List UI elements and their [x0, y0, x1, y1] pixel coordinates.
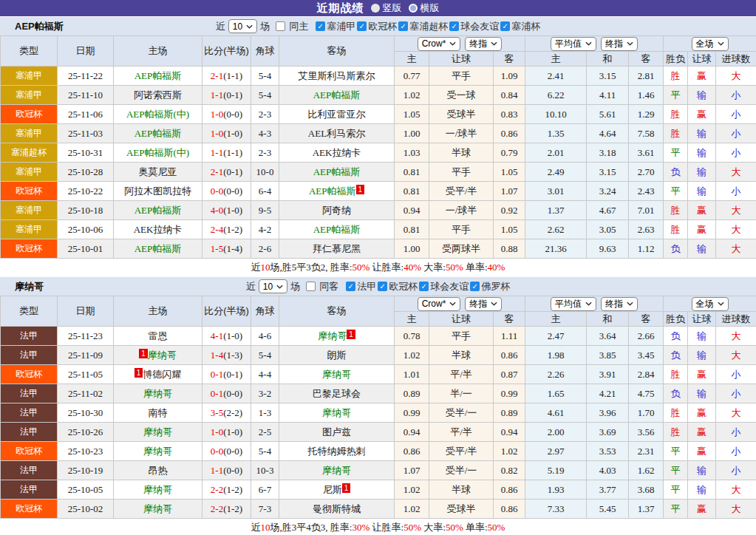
- checkbox-checked-icon[interactable]: ✓: [500, 21, 510, 31]
- home-team[interactable]: 南特: [114, 403, 202, 423]
- col-cover: 让球: [688, 52, 716, 67]
- fulltime-scope-select[interactable]: 全场: [692, 297, 729, 311]
- home-team[interactable]: 摩纳哥: [114, 480, 202, 500]
- euro-away-odds: 2.70: [629, 163, 664, 182]
- checkbox-checked-icon[interactable]: ✓: [378, 282, 387, 291]
- radio-selected-icon[interactable]: [371, 4, 380, 13]
- away-team[interactable]: 比利亚雷亚尔: [279, 105, 395, 124]
- away-team[interactable]: 摩纳哥: [279, 461, 395, 480]
- league-filter-checkbox[interactable]: ✓佛罗杯: [470, 280, 510, 293]
- average-odds-select[interactable]: 平均值: [551, 37, 596, 51]
- checkbox-checked-icon[interactable]: ✓: [357, 21, 367, 31]
- away-team[interactable]: 图卢兹: [279, 423, 395, 442]
- home-team[interactable]: 雷恩: [114, 327, 202, 346]
- away-team[interactable]: 巴黎足球会: [279, 384, 395, 403]
- final-odds-select-2[interactable]: 终指: [601, 297, 638, 311]
- final-odds-select[interactable]: 终指: [465, 37, 502, 51]
- home-team[interactable]: 奥莫尼亚: [114, 163, 202, 182]
- checkbox-checked-icon[interactable]: ✓: [316, 21, 325, 31]
- bookmaker-select[interactable]: Crow*: [418, 37, 461, 51]
- home-team[interactable]: AEP帕福斯(中): [114, 143, 202, 163]
- home-team[interactable]: 摩纳哥: [114, 423, 202, 442]
- league-filter-checkbox[interactable]: ✓塞浦杯: [500, 20, 540, 33]
- league-filter-checkbox[interactable]: ✓欧冠杯: [357, 20, 397, 33]
- home-team[interactable]: 阿拉木图凯拉特: [114, 182, 202, 201]
- final-odds-select[interactable]: 终指: [465, 297, 502, 311]
- home-team[interactable]: 1摩纳哥: [114, 346, 202, 365]
- average-odds-select[interactable]: 平均值: [551, 297, 596, 311]
- bookmaker-select[interactable]: Crow*: [418, 297, 461, 311]
- league-filter-checkbox[interactable]: ✓塞浦超杯: [398, 20, 448, 33]
- match-date: 25-10-02: [58, 500, 114, 519]
- home-team[interactable]: 摩纳哥: [114, 384, 202, 403]
- home-team[interactable]: AEP帕福斯: [114, 124, 202, 143]
- match-result: 胜: [664, 403, 688, 423]
- match-row: 法甲 25-10-19 昂热 1-1(0-0) 10-3 摩纳哥 1.07 受半…: [1, 461, 756, 480]
- red-card-badge: 1: [139, 349, 148, 358]
- away-team[interactable]: 摩纳哥: [279, 403, 395, 423]
- away-team[interactable]: AEK拉纳卡: [279, 143, 395, 163]
- same-venue-checkbox[interactable]: 同客: [306, 280, 338, 293]
- score: 2-4(1-2): [202, 220, 251, 239]
- home-team[interactable]: AEP帕福斯: [114, 239, 202, 259]
- match-row: 欧冠杯 25-11-06 AEP帕福斯(中) 1-0(0-0) 2-3 比利亚雷…: [1, 105, 756, 124]
- radio-vertical-layout[interactable]: 竖版: [371, 1, 402, 15]
- col-euro-away: 客: [629, 312, 664, 327]
- checkbox-unchecked-icon[interactable]: [276, 21, 285, 31]
- handicap-result: 赢: [688, 201, 716, 220]
- away-team[interactable]: 拜仁慕尼黑: [279, 239, 395, 259]
- final-odds-select-2[interactable]: 终指: [601, 37, 638, 51]
- away-team[interactable]: 阿奇纳: [279, 201, 395, 220]
- home-team[interactable]: 摩纳哥: [114, 442, 202, 461]
- away-team[interactable]: 摩纳哥1: [279, 327, 395, 346]
- match-row: 法甲 25-11-23 雷恩 4-1(1-0) 4-6 摩纳哥1 0.78 平手…: [1, 327, 756, 346]
- checkbox-checked-icon[interactable]: ✓: [346, 282, 355, 291]
- checkbox-unchecked-icon[interactable]: [306, 282, 316, 291]
- away-team[interactable]: AEL利马索尔: [279, 124, 395, 143]
- corner-count: 2-6: [251, 239, 279, 259]
- match-date: 25-10-05: [58, 480, 114, 500]
- checkbox-checked-icon[interactable]: ✓: [419, 282, 429, 291]
- home-team[interactable]: AEK拉纳卡: [114, 220, 202, 239]
- away-team[interactable]: 曼彻斯特城: [279, 500, 395, 519]
- euro-away-odds: 7.58: [629, 124, 664, 143]
- checkbox-checked-icon[interactable]: ✓: [470, 282, 480, 291]
- match-row: 欧冠杯 25-11-05 1博德闪耀 0-1(0-1) 4-4 摩纳哥 1.01…: [1, 365, 756, 384]
- checkbox-checked-icon[interactable]: ✓: [449, 21, 459, 31]
- away-team[interactable]: AEP帕福斯: [279, 86, 395, 105]
- away-team[interactable]: 尼斯1: [279, 480, 395, 500]
- checkbox-checked-icon[interactable]: ✓: [398, 21, 408, 31]
- home-team[interactable]: AEP帕福斯: [114, 67, 202, 86]
- col-handicap-away: 客: [494, 312, 525, 327]
- handicap-line: 受平/半: [429, 442, 494, 461]
- home-team[interactable]: 阿诺索西斯: [114, 86, 202, 105]
- league-filter-checkbox[interactable]: ✓欧冠杯: [378, 280, 418, 293]
- score: 1-1(1-1): [202, 143, 251, 163]
- away-team[interactable]: AEP帕福斯1: [279, 182, 395, 201]
- away-team[interactable]: 托特纳姆热刺: [279, 442, 395, 461]
- radio-unselected-icon[interactable]: [409, 4, 418, 13]
- recent-count-select[interactable]: 10: [228, 19, 257, 33]
- league-filter-checkbox[interactable]: ✓法甲: [346, 280, 376, 293]
- handicap-result: 赢: [688, 403, 716, 423]
- handicap-home-odds: 0.77: [395, 67, 429, 86]
- away-team[interactable]: AEP帕福斯: [279, 220, 395, 239]
- league-filter-checkbox[interactable]: ✓塞浦甲: [316, 20, 355, 33]
- away-team[interactable]: 朗斯: [279, 346, 395, 365]
- home-team[interactable]: AEP帕福斯: [114, 201, 202, 220]
- league-filter-checkbox[interactable]: ✓球会友谊: [449, 20, 499, 33]
- away-team[interactable]: AEP帕福斯: [279, 163, 395, 182]
- home-team[interactable]: 摩纳哥: [114, 500, 202, 519]
- league-filter-checkbox[interactable]: ✓球会友谊: [419, 280, 469, 293]
- away-team[interactable]: 摩纳哥: [279, 365, 395, 384]
- away-team[interactable]: 艾里斯利马斯素尔: [279, 67, 395, 86]
- radio-horizontal-layout[interactable]: 横版: [409, 1, 440, 15]
- euro-draw-odds: 4.11: [587, 86, 629, 105]
- home-team[interactable]: AEP帕福斯(中): [114, 105, 202, 124]
- recent-count-select[interactable]: 10: [259, 279, 287, 293]
- fulltime-scope-select[interactable]: 全场: [692, 37, 729, 51]
- same-venue-checkbox[interactable]: 同主: [276, 20, 308, 33]
- corner-count: 1-3: [251, 403, 279, 423]
- home-team[interactable]: 1博德闪耀: [114, 365, 202, 384]
- home-team[interactable]: 昂热: [114, 461, 202, 480]
